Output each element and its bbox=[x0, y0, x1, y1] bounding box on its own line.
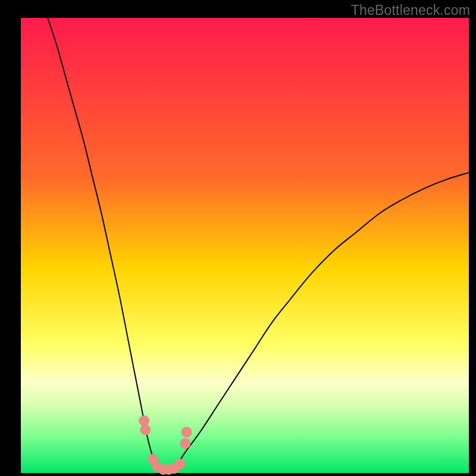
marker-dot bbox=[174, 459, 185, 469]
plot-area bbox=[21, 18, 469, 473]
watermark-text: TheBottleneck.com bbox=[351, 2, 470, 18]
marker-dot bbox=[139, 415, 149, 426]
chart-stage: TheBottleneck.com bbox=[0, 0, 476, 476]
marker-dot bbox=[140, 424, 151, 435]
marker-dot bbox=[180, 438, 190, 449]
marker-dot bbox=[181, 427, 192, 437]
chart-svg bbox=[0, 0, 476, 476]
